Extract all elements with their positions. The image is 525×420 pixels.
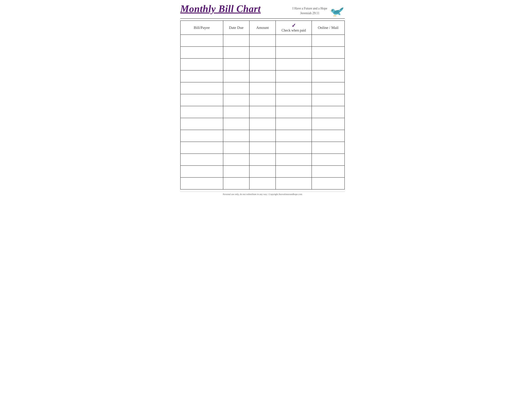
table-cell	[312, 94, 345, 106]
table-row	[180, 166, 345, 177]
table-cell	[223, 118, 249, 130]
table-cell	[312, 118, 345, 130]
table-cell	[223, 142, 249, 154]
table-cell	[180, 70, 223, 82]
table-cell	[276, 47, 312, 58]
table-cell	[249, 106, 276, 118]
table-cell	[249, 166, 276, 177]
table-cell	[223, 58, 249, 70]
table-cell	[276, 177, 312, 189]
table-cell	[312, 106, 345, 118]
table-row	[180, 130, 345, 142]
table-cell	[223, 154, 249, 166]
col-online-mail: Online / Mail	[312, 21, 345, 35]
table-row	[180, 94, 345, 106]
table-cell	[223, 35, 249, 47]
table-cell	[249, 177, 276, 189]
table-cell	[276, 58, 312, 70]
table-cell	[249, 70, 276, 82]
table-cell	[249, 82, 276, 94]
title-section: Monthly Bill Chart	[180, 3, 261, 14]
svg-line-12	[336, 15, 336, 16]
table-cell	[180, 94, 223, 106]
table-cell	[180, 130, 223, 142]
table-cell	[180, 35, 223, 47]
table-row	[180, 118, 345, 130]
table-cell	[180, 166, 223, 177]
table-cell	[276, 94, 312, 106]
table-header-row: Bill/Payee Date Due Amount ✓ Check when …	[180, 21, 345, 35]
table-cell	[276, 130, 312, 142]
table-cell	[249, 118, 276, 130]
table-cell	[223, 106, 249, 118]
svg-line-11	[334, 15, 335, 16]
bird-icon	[329, 5, 345, 17]
table-cell	[223, 177, 249, 189]
table-cell	[249, 94, 276, 106]
header-right: I Have a Future and a Hope Jeremiah 29:1…	[292, 3, 345, 17]
footer-text: Personal use only, do not redistribute i…	[223, 193, 302, 196]
footer: Personal use only, do not redistribute i…	[180, 192, 345, 196]
table-cell	[180, 82, 223, 94]
table-cell	[249, 58, 276, 70]
table-row	[180, 154, 345, 166]
svg-point-3	[332, 10, 332, 10]
table-row	[180, 70, 345, 82]
table-cell	[249, 154, 276, 166]
svg-point-2	[332, 10, 333, 11]
check-header-content: ✓ Check when paid	[277, 23, 310, 32]
col-date-due: Date Due	[223, 21, 249, 35]
table-cell	[180, 154, 223, 166]
table-row	[180, 35, 345, 47]
table-cell	[180, 58, 223, 70]
table-row	[180, 142, 345, 154]
check-when-paid-label: Check when paid	[281, 28, 306, 32]
table-row	[180, 106, 345, 118]
table-row	[180, 47, 345, 58]
table-cell	[223, 70, 249, 82]
table-cell	[180, 47, 223, 58]
scripture-text: I Have a Future and a Hope Jeremiah 29:1…	[292, 6, 327, 16]
table-row	[180, 82, 345, 94]
table-cell	[312, 35, 345, 47]
table-cell	[223, 166, 249, 177]
table-row	[180, 58, 345, 70]
table-cell	[276, 154, 312, 166]
scripture-line2: Jeremiah 29:11	[300, 11, 319, 15]
table-cell	[312, 177, 345, 189]
table-cell	[276, 70, 312, 82]
table-cell	[312, 130, 345, 142]
table-cell	[276, 166, 312, 177]
table-cell	[180, 142, 223, 154]
table-cell	[312, 47, 345, 58]
col-check-when-paid: ✓ Check when paid	[276, 21, 312, 35]
table-cell	[276, 106, 312, 118]
col-amount: Amount	[249, 21, 276, 35]
scripture-line1: I Have a Future and a Hope	[292, 7, 327, 10]
table-row	[180, 177, 345, 189]
table-cell	[276, 35, 312, 47]
bill-chart-table-wrapper: Bill/Payee Date Due Amount ✓ Check when …	[180, 20, 345, 189]
col-bill-payee: Bill/Payee	[180, 21, 223, 35]
svg-marker-4	[330, 11, 331, 11]
table-cell	[312, 166, 345, 177]
table-cell	[180, 106, 223, 118]
table-cell	[276, 118, 312, 130]
scripture-bird-group: I Have a Future and a Hope Jeremiah 29:1…	[292, 5, 345, 17]
table-cell	[312, 70, 345, 82]
table-cell	[249, 35, 276, 47]
page-header: Monthly Bill Chart I Have a Future and a…	[180, 3, 345, 19]
table-cell	[223, 47, 249, 58]
table-cell	[223, 94, 249, 106]
table-body	[180, 35, 345, 189]
table-cell	[312, 154, 345, 166]
table-cell	[223, 82, 249, 94]
table-cell	[180, 118, 223, 130]
table-cell	[249, 47, 276, 58]
table-cell	[249, 142, 276, 154]
table-cell	[312, 142, 345, 154]
page-title: Monthly Bill Chart	[180, 3, 261, 14]
table-cell	[276, 82, 312, 94]
table-cell	[312, 58, 345, 70]
table-cell	[180, 177, 223, 189]
